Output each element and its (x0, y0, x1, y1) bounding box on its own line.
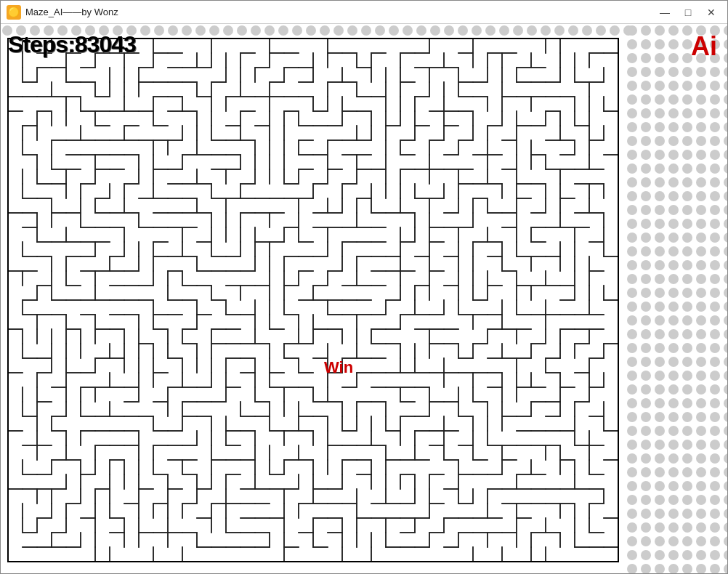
steps-counter: Steps:83043 (8, 31, 136, 58)
title-bar: 🟡 Maze_AI——by Wonz — □ ✕ (1, 1, 727, 24)
app-window: 🟡 Maze_AI——by Wonz — □ ✕ Steps:83043 Ai … (0, 0, 728, 574)
minimize-button[interactable]: — (655, 5, 675, 20)
app-icon: 🟡 (7, 5, 21, 20)
close-button[interactable]: ✕ (701, 5, 721, 20)
ai-indicator: Ai (691, 31, 717, 62)
maximize-button[interactable]: □ (678, 5, 698, 20)
maze-canvas (1, 24, 727, 573)
win-indicator: Win (324, 358, 353, 377)
window-title: Maze_AI——by Wonz (25, 7, 655, 17)
maze-content: Steps:83043 Ai Win (1, 24, 727, 573)
window-controls: — □ ✕ (655, 5, 721, 20)
